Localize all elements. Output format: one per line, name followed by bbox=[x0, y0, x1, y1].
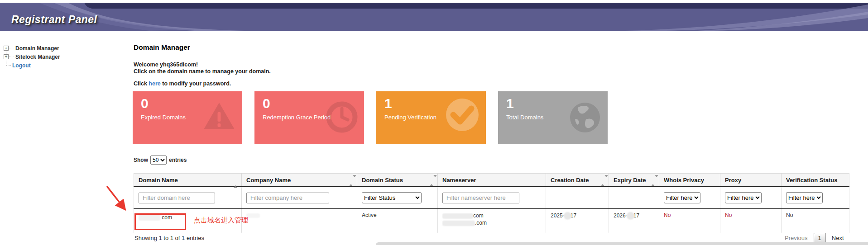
header-banner: Registrant Panel bbox=[0, 3, 868, 31]
column-header-expiry-date[interactable]: Expiry Date bbox=[609, 174, 659, 187]
stat-label: Redemption Grace Period bbox=[263, 114, 331, 121]
redacted-nameserver-blur bbox=[442, 221, 475, 226]
creation-date-prefix: 2025- bbox=[551, 212, 565, 219]
column-header-company-name[interactable]: Company Name bbox=[242, 174, 357, 187]
annotation-text: 点击域名进入管理 bbox=[194, 216, 248, 225]
verification-status-cell: No bbox=[782, 209, 849, 233]
stat-cards: 0 Expired Domains 0 Redemption Grace Per… bbox=[133, 91, 608, 144]
nameserver-suffix: .com bbox=[475, 220, 487, 226]
expiry-date-suffix: 17 bbox=[633, 212, 639, 219]
nameserver-line: com bbox=[442, 212, 541, 219]
welcome-text: Welcome yhq365dlcom! Click on the domain… bbox=[134, 61, 271, 75]
whois-privacy-cell: No bbox=[659, 209, 720, 233]
welcome-line2: Click on the domain name to manage your … bbox=[134, 68, 271, 75]
expand-plus-icon[interactable]: + bbox=[4, 46, 9, 51]
sidebar-item-logout[interactable]: Logout bbox=[4, 61, 60, 70]
column-header-nameserver: Nameserver bbox=[438, 174, 546, 187]
column-label: Domain Status bbox=[362, 177, 403, 184]
filter-expiry-date-empty-cell bbox=[609, 187, 659, 209]
nameserver-suffix: com bbox=[473, 212, 484, 219]
column-label: Creation Date bbox=[551, 177, 589, 184]
redacted-date-blur bbox=[627, 212, 634, 220]
tree-dash bbox=[10, 48, 14, 48]
registrant-panel-page: Registrant Panel + Domain Manager + Site… bbox=[0, 0, 868, 245]
globe-icon bbox=[569, 101, 601, 134]
filter-creation-date-empty-cell bbox=[546, 187, 609, 209]
stat-value: 1 bbox=[384, 96, 392, 111]
sort-both-icon[interactable] bbox=[651, 177, 655, 184]
sort-both-icon[interactable] bbox=[349, 177, 353, 184]
filter-row: Filter Status Filter here Filter here Fi… bbox=[134, 187, 849, 209]
column-header-domain-status[interactable]: Domain Status bbox=[357, 174, 438, 187]
password-hint-pre: Click bbox=[134, 80, 149, 87]
column-label: Domain Name bbox=[139, 177, 178, 184]
domain-link[interactable]: com bbox=[162, 214, 172, 221]
page-1-button[interactable]: 1 bbox=[814, 233, 826, 243]
filter-status-select[interactable]: Filter Status bbox=[362, 192, 422, 203]
sidebar-item-sitelock-manager[interactable]: + Sitelock Manager bbox=[4, 52, 60, 61]
bottom-gray-band bbox=[376, 242, 868, 245]
logout-link[interactable]: Logout bbox=[12, 62, 31, 69]
annotation-arrow-icon bbox=[101, 182, 132, 216]
sidebar-item-label[interactable]: Domain Manager bbox=[15, 45, 59, 52]
column-header-proxy: Proxy bbox=[720, 174, 782, 187]
nameserver-cell: com .com bbox=[438, 209, 546, 233]
change-password-link[interactable]: here bbox=[149, 80, 160, 87]
show-entries-bar: Show 50 entries bbox=[134, 155, 187, 165]
column-label: Expiry Date bbox=[614, 177, 646, 184]
sidebar-item-domain-manager[interactable]: + Domain Manager bbox=[4, 44, 60, 52]
stat-card-expired-domains: 0 Expired Domains bbox=[133, 91, 242, 144]
column-header-verification-status: Verification Status bbox=[782, 174, 849, 187]
tree-dash bbox=[10, 57, 14, 57]
page-size-select[interactable]: 50 bbox=[150, 155, 167, 165]
redacted-domain-blur bbox=[139, 215, 160, 221]
redacted-company-blur bbox=[246, 213, 260, 218]
sidebar-item-label[interactable]: Sitelock Manager bbox=[15, 54, 60, 60]
filter-whois-select[interactable]: Filter here bbox=[664, 192, 700, 203]
domain-status-cell: Active bbox=[357, 209, 438, 233]
page-title: Domain Manager bbox=[134, 43, 190, 52]
filter-company-input[interactable] bbox=[246, 193, 329, 203]
app-title: Registrant Panel bbox=[11, 14, 97, 26]
expiry-date-prefix: 2026- bbox=[614, 212, 628, 219]
column-header-creation-date[interactable]: Creation Date bbox=[546, 174, 609, 187]
warning-triangle-icon bbox=[202, 101, 236, 131]
filter-proxy-select[interactable]: Filter here bbox=[725, 192, 762, 203]
column-label: Company Name bbox=[246, 177, 291, 184]
stat-card-redemption-grace-period: 0 Redemption Grace Period bbox=[254, 91, 364, 144]
filter-verification-select[interactable]: Filter here bbox=[786, 192, 823, 203]
previous-page-button[interactable]: Previous bbox=[785, 235, 808, 241]
sort-both-icon[interactable] bbox=[430, 177, 433, 184]
expand-plus-icon[interactable]: + bbox=[4, 54, 9, 59]
stat-value: 1 bbox=[506, 96, 514, 111]
banner-artwork bbox=[0, 3, 868, 31]
password-hint: Click here to modify your password. bbox=[134, 80, 231, 87]
nameserver-line: .com bbox=[442, 219, 541, 226]
column-label: Verification Status bbox=[786, 177, 837, 184]
column-header-domain-name[interactable]: Domain Name bbox=[134, 174, 242, 187]
sort-ascending-icon[interactable] bbox=[234, 179, 237, 185]
column-label: Nameserver bbox=[442, 177, 476, 184]
filter-nameserver-input[interactable] bbox=[442, 193, 519, 203]
next-page-button[interactable]: Next bbox=[832, 235, 844, 241]
redacted-date-blur bbox=[564, 212, 571, 220]
table-info-text: Showing 1 to 1 of 1 entries bbox=[134, 235, 204, 241]
stat-label: Expired Domains bbox=[141, 114, 186, 121]
pagination: Previous 1 Next bbox=[785, 233, 844, 243]
stat-value: 0 bbox=[141, 96, 149, 111]
column-label: Proxy bbox=[725, 177, 741, 184]
sort-both-icon[interactable] bbox=[601, 177, 604, 184]
creation-date-suffix: 17 bbox=[571, 212, 576, 219]
column-label: Whois Privacy bbox=[664, 177, 704, 184]
check-circle-icon bbox=[445, 98, 480, 132]
tree-dash bbox=[6, 65, 11, 66]
welcome-line1: Welcome yhq365dlcom! bbox=[134, 61, 271, 68]
column-header-whois-privacy: Whois Privacy bbox=[659, 174, 720, 187]
show-label: Show bbox=[134, 157, 148, 163]
entries-label: entries bbox=[169, 157, 187, 163]
stat-label: Total Domains bbox=[506, 114, 543, 121]
stat-value: 0 bbox=[263, 96, 270, 111]
redacted-nameserver-blur bbox=[442, 213, 473, 219]
filter-domain-input[interactable] bbox=[139, 193, 215, 203]
stat-card-pending-verification: 1 Pending Verification bbox=[376, 91, 486, 144]
